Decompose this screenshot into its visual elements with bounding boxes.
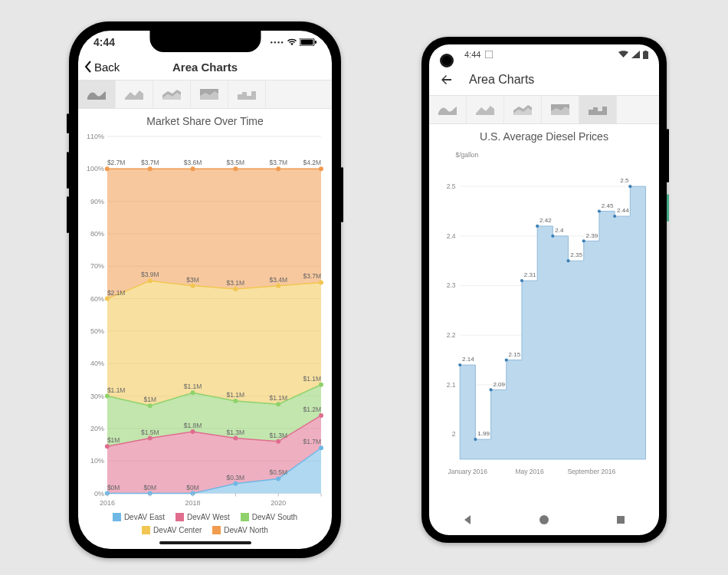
- android-device-frame: 4:44 Area Charts: [421, 37, 667, 543]
- legend-item[interactable]: DevAV East: [113, 513, 165, 521]
- svg-point-126: [551, 235, 554, 238]
- android-camera-hole: [440, 54, 454, 67]
- chart-type-area-full[interactable]: [191, 80, 228, 108]
- svg-text:$1M: $1M: [107, 436, 120, 444]
- svg-point-136: [628, 185, 631, 188]
- svg-point-28: [105, 166, 110, 171]
- back-label: Back: [94, 61, 120, 74]
- svg-text:60%: 60%: [90, 295, 104, 303]
- svg-rect-99: [644, 51, 647, 51]
- legend-item[interactable]: DevAV West: [175, 513, 230, 521]
- svg-point-38: [276, 284, 280, 288]
- svg-text:$3.4M: $3.4M: [269, 276, 287, 284]
- svg-point-46: [105, 444, 110, 449]
- ios-clock: 4:44: [93, 36, 115, 48]
- svg-point-116: [474, 438, 477, 441]
- svg-point-29: [148, 166, 152, 171]
- svg-point-45: [319, 383, 323, 387]
- svg-text:$3.5M: $3.5M: [227, 159, 245, 166]
- svg-text:$4.2M: $4.2M: [303, 159, 321, 166]
- nav-recents-icon[interactable]: [615, 514, 627, 526]
- android-status-bar: 4:44: [429, 44, 659, 64]
- chart-type-area-step[interactable]: [579, 96, 617, 123]
- svg-point-122: [520, 279, 523, 282]
- svg-point-37: [233, 287, 238, 291]
- svg-text:$0M: $0M: [143, 484, 156, 491]
- svg-text:$1.3M: $1.3M: [269, 432, 287, 439]
- svg-rect-97: [485, 51, 493, 58]
- android-chart-svg: $/gallon22.12.22.32.42.52.141.992.092.15…: [435, 146, 653, 479]
- svg-point-49: [233, 436, 238, 441]
- svg-text:20%: 20%: [90, 425, 104, 432]
- legend-item[interactable]: DevAV Center: [142, 526, 202, 534]
- iphone-notch: [149, 31, 261, 52]
- svg-rect-142: [617, 516, 625, 524]
- nav-home-icon[interactable]: [538, 514, 550, 526]
- svg-text:$1.1M: $1.1M: [303, 375, 321, 383]
- nav-back-icon[interactable]: [461, 514, 474, 526]
- chart-type-area-sharp[interactable]: [467, 96, 504, 123]
- chart-type-area-smooth[interactable]: [78, 80, 116, 108]
- legend-item[interactable]: DevAV North: [212, 526, 268, 534]
- chart-type-area-sharp[interactable]: [116, 80, 153, 108]
- svg-point-41: [148, 403, 152, 408]
- svg-text:$1.8M: $1.8M: [184, 422, 202, 429]
- svg-point-43: [233, 399, 238, 403]
- chart-type-area-stacked[interactable]: [153, 80, 191, 108]
- chart-type-area-smooth[interactable]: [429, 96, 467, 123]
- back-arrow-icon[interactable]: [440, 73, 454, 87]
- svg-text:2.31: 2.31: [524, 271, 536, 278]
- chart-type-area-full[interactable]: [542, 96, 579, 123]
- svg-text:2020: 2020: [271, 499, 286, 507]
- debug-icon: [485, 51, 493, 58]
- ios-chart-canvas: 0%10%20%30%40%50%60%70%80%90%100%110%$2.…: [83, 130, 327, 510]
- svg-point-42: [191, 390, 195, 395]
- android-chart-canvas: $/gallon22.12.22.32.42.52.141.992.092.15…: [435, 146, 653, 498]
- svg-point-56: [276, 476, 280, 481]
- chart-type-area-stacked[interactable]: [504, 96, 542, 123]
- legend-item[interactable]: DevAV South: [241, 513, 297, 521]
- svg-point-48: [191, 429, 195, 434]
- ios-nav-bar: Back Area Charts: [78, 54, 332, 80]
- wifi-icon: [287, 38, 297, 46]
- svg-text:$3.7M: $3.7M: [269, 159, 287, 166]
- page-title: Area Charts: [172, 61, 238, 74]
- svg-text:1.99: 1.99: [477, 430, 490, 437]
- android-power-button: [667, 194, 669, 222]
- svg-text:$1.3M: $1.3M: [227, 429, 245, 436]
- svg-text:90%: 90%: [90, 198, 104, 205]
- svg-text:$1M: $1M: [143, 396, 156, 403]
- svg-point-55: [233, 481, 238, 486]
- svg-point-36: [191, 284, 195, 288]
- page-title: Area Charts: [469, 73, 534, 87]
- svg-rect-98: [643, 51, 648, 59]
- svg-text:70%: 70%: [90, 262, 104, 270]
- svg-text:$3M: $3M: [186, 276, 198, 284]
- iphone-volume-up: [67, 152, 69, 189]
- svg-text:$2.7M: $2.7M: [107, 159, 126, 166]
- svg-point-130: [582, 239, 585, 242]
- iphone-power-button: [341, 167, 343, 222]
- svg-text:50%: 50%: [90, 327, 104, 335]
- svg-point-40: [105, 394, 110, 399]
- svg-text:2.1: 2.1: [447, 381, 456, 389]
- svg-text:2.09: 2.09: [493, 381, 505, 388]
- android-screen: 4:44 Area Charts: [429, 44, 659, 535]
- svg-text:$0.3M: $0.3M: [227, 474, 245, 481]
- svg-text:$1.1M: $1.1M: [269, 394, 287, 402]
- svg-rect-1: [301, 40, 313, 45]
- svg-text:$1.5M: $1.5M: [141, 429, 159, 436]
- svg-text:2.5: 2.5: [447, 182, 456, 190]
- svg-point-141: [539, 515, 549, 524]
- svg-point-124: [536, 225, 539, 228]
- chart-type-area-step[interactable]: [228, 80, 266, 108]
- svg-text:2.35: 2.35: [570, 251, 582, 258]
- back-button[interactable]: Back: [84, 61, 120, 74]
- ios-chart-svg: 0%10%20%30%40%50%60%70%80%90%100%110%$2.…: [83, 130, 327, 508]
- svg-point-32: [276, 166, 280, 171]
- svg-point-50: [276, 439, 280, 444]
- svg-text:40%: 40%: [90, 360, 104, 367]
- svg-text:$/gallon: $/gallon: [456, 151, 479, 159]
- cellular-dots-icon: ●●●●: [271, 40, 285, 44]
- svg-text:$3.6M: $3.6M: [184, 159, 202, 166]
